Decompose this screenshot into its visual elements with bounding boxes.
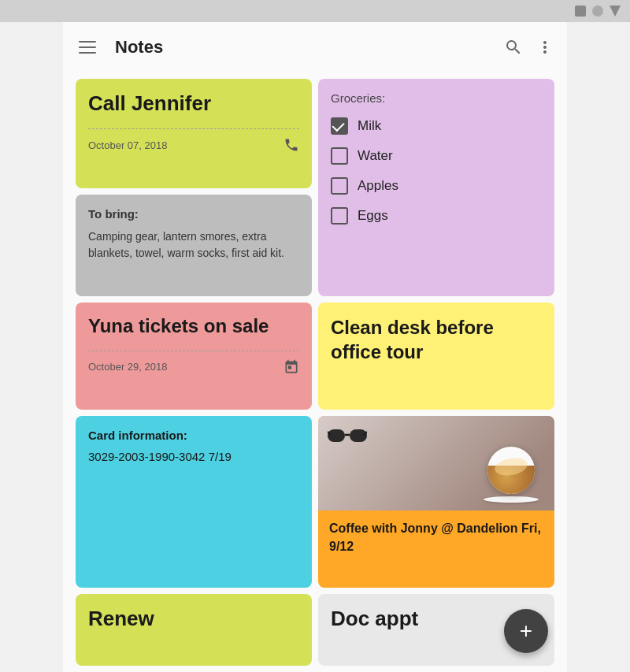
groceries-label: Groceries: [331,91,542,105]
checkbox-milk[interactable] [331,117,348,135]
note-card-info[interactable]: Card information: 3029-2003-1990-3042 7/… [76,416,312,587]
checkbox-apples[interactable] [331,177,348,195]
note-coffee[interactable]: Coffee with Jonny @ Dandelion Fri, 9/12 [318,416,554,587]
phone-icon [284,137,299,153]
note-date: October 07, 2018 [88,139,167,151]
status-bar [0,0,630,22]
note-clean-desk[interactable]: Clean desk before office tour [318,303,554,410]
add-note-fab[interactable]: + [504,609,548,653]
camping-label: To bring: [88,207,299,221]
card-info-body: 3029-2003-1990-3042 7/19 [88,450,299,463]
checklist-milk: Milk [331,117,542,135]
checklist-eggs: Eggs [331,207,542,225]
menu-button[interactable] [76,38,99,57]
app-container: Notes Call Jennifer October 07, 2018 Gro… [63,22,567,672]
note-renew[interactable]: Renew [76,594,312,666]
calendar-icon [284,359,299,375]
svg-rect-1 [350,429,367,442]
coffee-text-area: Coffee with Jonny @ Dandelion Fri, 9/12 [318,510,554,565]
sunglasses-icon [328,425,367,447]
note-camping[interactable]: To bring: Camping gear, lantern smores, … [76,195,312,296]
status-triangle-icon [610,6,621,17]
toolbar-actions [504,38,554,57]
note-groceries[interactable]: Groceries: Milk Water Apples Eggs [318,79,554,296]
app-title: Notes [115,37,504,58]
note-date: October 29, 2018 [88,361,167,373]
note-title: Clean desk before office tour [331,315,542,364]
more-icon[interactable] [536,38,554,57]
status-square-icon [575,6,586,17]
renew-title: Renew [88,607,299,631]
coffee-title: Coffee with Jonny @ Dandelion Fri, 9/12 [329,520,543,555]
item-water: Water [358,148,393,164]
search-icon[interactable] [504,38,523,57]
toolbar: Notes [63,22,567,72]
camping-body: Camping gear, lantern smores, extra blan… [88,228,299,262]
notes-grid: Call Jennifer October 07, 2018 Groceries… [63,72,567,672]
checklist-apples: Apples [331,177,542,195]
note-yuna-tickets[interactable]: Yuna tickets on sale October 29, 2018 [76,303,312,410]
checkbox-eggs[interactable] [331,207,348,225]
note-call-jennifer[interactable]: Call Jennifer October 07, 2018 [76,79,312,188]
item-milk: Milk [358,118,381,134]
checklist-water: Water [331,147,542,165]
item-eggs: Eggs [358,208,388,224]
checkbox-water[interactable] [331,147,348,165]
svg-rect-0 [328,429,345,442]
note-title: Yuna tickets on sale [88,315,299,338]
item-apples: Apples [358,178,398,194]
coffee-image [318,416,554,510]
status-circle-icon [592,6,603,17]
note-title: Call Jennifer [88,91,299,116]
card-info-label: Card information: [88,429,299,442]
